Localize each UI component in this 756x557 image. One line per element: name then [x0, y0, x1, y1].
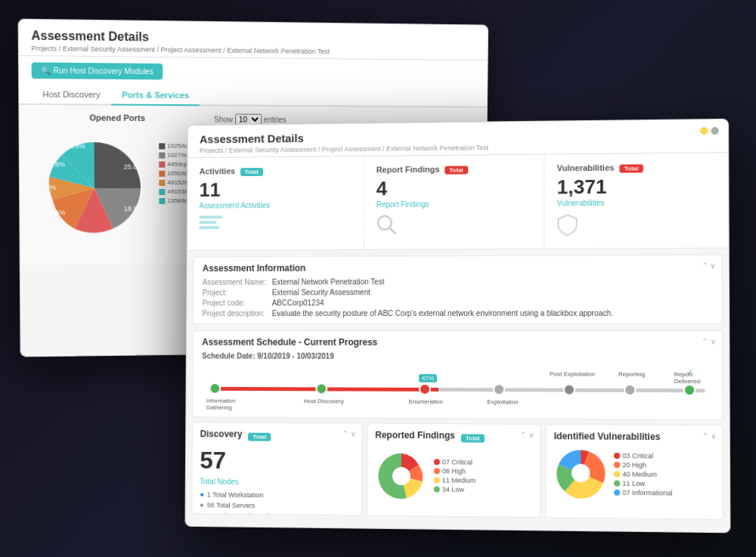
front-title-bar: Assessment Details Projects / External S…: [187, 119, 728, 158]
identified-vulnerabilities-card: Identified Vulnerabilities: [546, 424, 723, 520]
collapse-vuln-button[interactable]: ⌃ ∨: [702, 432, 716, 440]
pie-svg: 25.0% 18.5% 14.8% 9.5% 8.4% 6.8% 6.8%: [32, 126, 156, 249]
vuln-legend-medium: 40 Medium: [614, 470, 672, 478]
collapse-discovery-button[interactable]: ⌃ ∨: [342, 430, 356, 438]
main-scene: Assessment Details Projects / External S…: [0, 0, 756, 557]
activities-label: Activities Total: [200, 166, 352, 176]
vuln-legend-info: 07 Informational: [614, 489, 672, 497]
legend-color-3: [159, 161, 165, 167]
back-toolbar: 🔍 Run Host Discovery Modules: [19, 56, 488, 88]
reported-findings-header: Reported Findings Total: [375, 430, 532, 446]
vulnerabilities-badge: Total: [620, 164, 643, 172]
tab-host-discovery[interactable]: Host Discovery: [32, 85, 111, 105]
report-findings-label: Report Findings Total: [376, 164, 532, 175]
field-value-1: External Security Assessment: [272, 288, 713, 297]
collapse-reported-button[interactable]: ⌃ ∨: [520, 431, 534, 439]
vuln-legend-low: 11 Low: [614, 480, 672, 488]
minimize-button[interactable]: [700, 127, 708, 135]
svg-rect-3: [159, 170, 165, 176]
show-label: Show: [214, 115, 233, 123]
run-host-discovery-button[interactable]: 🔍 Run Host Discovery Modules: [32, 62, 163, 79]
vuln-legend-high: 20 High: [614, 461, 672, 469]
svg-rect-6: [159, 198, 165, 204]
pie-chart-title: Opened Ports: [32, 113, 202, 122]
field-value-0: External Network Penetration Test: [272, 277, 713, 286]
legend-color-2: [159, 152, 165, 158]
run-host-discovery-label: Run Host Discovery Modules: [54, 67, 153, 76]
field-value-2: ABCCorp01234: [272, 299, 713, 308]
node-info-gathering: [209, 382, 222, 395]
assessment-info-title: Assessment Information: [203, 261, 713, 274]
discovery-item-2: ● 1 Total Network Device: [200, 511, 354, 515]
reported-findings-legend: 07 Critical 08 High 11 Medium: [434, 458, 476, 495]
discovery-badge: Total: [248, 432, 271, 441]
svg-rect-5: [159, 188, 165, 194]
back-title-bar: Assessment Details Projects / External S…: [19, 20, 488, 61]
svg-rect-9: [199, 226, 219, 229]
dot-high: [434, 468, 440, 474]
bullet-icon-1: ●: [200, 500, 204, 509]
discovery-item-1: ● 56 Total Servers: [200, 500, 354, 510]
activities-card: Activities Total 11 Assessment Activitie…: [187, 156, 364, 250]
pie-label-7: 6.8%: [70, 142, 85, 150]
discovery-title: Discovery: [200, 429, 243, 439]
legend-color-7: [159, 198, 165, 204]
field-label-1: Project:: [203, 289, 266, 297]
label-host-discovery: Host Discovery: [304, 398, 344, 404]
field-label-2: Project code:: [203, 299, 266, 308]
legend-medium: 11 Medium: [434, 477, 476, 485]
svg-rect-0: [159, 143, 165, 149]
entries-label: entries: [264, 116, 287, 124]
discovery-card: Discovery Total 57 Total Nodes ● 1 Total…: [191, 422, 362, 515]
legend-critical-label: 07 Critical: [442, 458, 472, 466]
bullet-icon-0: ●: [200, 490, 204, 499]
svg-rect-1: [159, 152, 165, 158]
node-post-exploitation: [563, 384, 575, 396]
activities-icon: [199, 215, 352, 237]
report-findings-card: Report Findings Total 4 Report Findings: [364, 155, 545, 249]
collapse-info-button[interactable]: ⌃ ∨: [702, 261, 715, 270]
assessment-info-grid: Assessment Name: External Network Penetr…: [202, 277, 712, 317]
field-value-3: Evaluate the security posture of ABC Cor…: [272, 309, 713, 317]
legend-color-6: [159, 188, 165, 194]
vulnerabilities-label: Vulnerabilities Total: [557, 162, 716, 173]
vuln-dot-critical: [614, 453, 620, 459]
svg-point-12: [392, 467, 411, 485]
discovery-sub: Total Nodes: [200, 478, 354, 487]
bottom-row: Discovery Total 57 Total Nodes ● 1 Total…: [191, 422, 723, 519]
schedule-date-label: Schedule Date:: [202, 352, 255, 361]
collapse-schedule-button[interactable]: ⌃ ∨: [702, 337, 715, 345]
label-info-gathering: InformationGathering: [206, 398, 236, 411]
discovery-item-label-2: 1 Total Network Device: [207, 512, 275, 516]
svg-rect-8: [199, 221, 216, 224]
schedule-section: Assessment Schedule - Current Progress S…: [192, 330, 723, 420]
svg-rect-4: [159, 179, 165, 185]
pie-label-3: 14.8%: [84, 234, 104, 242]
vuln-low-label: 11 Low: [622, 480, 645, 487]
activities-value: 11: [199, 178, 352, 200]
tab-ports-services[interactable]: Ports & Services: [111, 85, 200, 106]
reported-findings-chart: 07 Critical 08 High 11 Medium: [375, 450, 532, 504]
dot-critical: [434, 459, 440, 465]
legend-low: 34 Low: [434, 486, 476, 494]
discovery-item-label-1: 56 Total Servers: [207, 501, 255, 509]
discovery-list: ● 1 Total Workstation ● 56 Total Servers…: [200, 490, 354, 516]
discovery-item-label-0: 1 Total Workstation: [207, 490, 264, 499]
maximize-button[interactable]: [711, 127, 718, 135]
pie-label-6: 6.8%: [49, 160, 65, 168]
reported-findings-title: Reported Findings: [375, 430, 455, 441]
legend-high: 08 High: [434, 467, 476, 475]
shield-icon: [557, 212, 716, 239]
label-reporting: Reporting: [618, 371, 645, 378]
vuln-dot-low: [614, 481, 620, 487]
node-host-discovery: [316, 383, 328, 395]
legend-high-label: 08 High: [442, 468, 466, 475]
report-findings-sub: Report Findings: [376, 200, 532, 209]
svg-rect-7: [199, 215, 222, 218]
vulnerabilities-sub: Vulnerabilities: [557, 198, 716, 208]
node-report-delivered: [683, 384, 696, 396]
vuln-medium-label: 40 Medium: [622, 471, 657, 479]
vuln-dot-medium: [614, 471, 620, 477]
legend-medium-label: 11 Medium: [442, 477, 476, 484]
schedule-date: Schedule Date: 9/10/2019 - 10/03/2019: [202, 352, 713, 361]
